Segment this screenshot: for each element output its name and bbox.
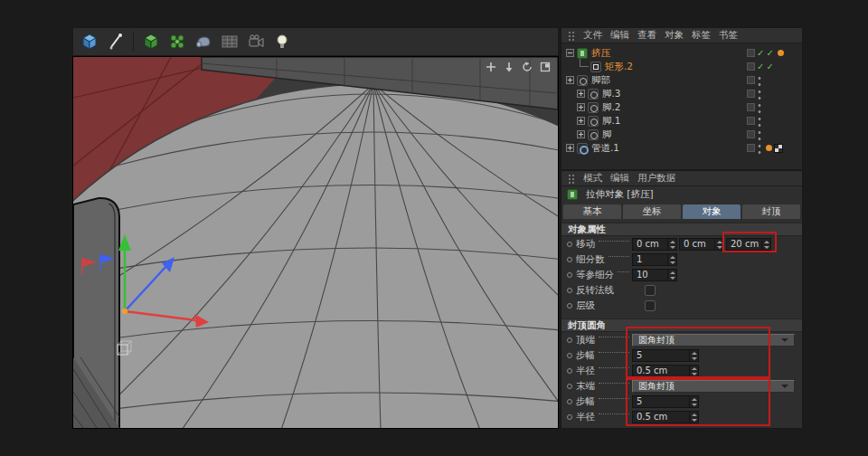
sweep-tool-icon[interactable] xyxy=(192,30,215,53)
keyframe-dot-icon[interactable] xyxy=(567,353,572,358)
visibility-dots[interactable] xyxy=(757,142,762,154)
spinner[interactable] xyxy=(667,270,676,280)
cap-start-radius-field[interactable]: 0.5 cm xyxy=(632,365,699,377)
spinner[interactable] xyxy=(761,239,770,250)
tree-row-rectangle2[interactable]: 矩形.2 ✓ ✓ xyxy=(561,60,802,73)
attribute-manager-panel: 模式 编辑 用户数据 拉伸对象 [挤压] 基本 坐标 对象 封顶 对象属性 移动… xyxy=(561,170,803,429)
dolly-view-icon[interactable] xyxy=(503,61,514,72)
keyframe-dot-icon[interactable] xyxy=(567,257,572,262)
tree-row-pipe1[interactable]: 管道.1 xyxy=(561,141,802,155)
pan-view-icon[interactable] xyxy=(485,61,496,72)
spinner[interactable] xyxy=(689,366,698,376)
keyframe-dot-icon[interactable] xyxy=(567,384,572,389)
attr-menu-mode[interactable]: 模式 xyxy=(583,172,602,185)
layer-toggle[interactable] xyxy=(747,103,755,111)
reverse-normals-checkbox[interactable] xyxy=(645,285,656,296)
attr-menu-userdata[interactable]: 用户数据 xyxy=(637,172,675,185)
spinner[interactable] xyxy=(689,350,698,361)
collapse-icon[interactable] xyxy=(566,49,574,57)
gizmo-center[interactable] xyxy=(122,309,127,314)
spinner[interactable] xyxy=(667,254,676,265)
layer-toggle[interactable] xyxy=(747,49,755,57)
subdivision-field[interactable]: 1 xyxy=(632,253,677,266)
keyframe-dot-icon[interactable] xyxy=(567,242,572,247)
attr-menu-edit[interactable]: 编辑 xyxy=(610,172,629,185)
keyframe-dot-icon[interactable] xyxy=(567,272,572,278)
expand-icon[interactable] xyxy=(577,130,585,138)
keyframe-dot-icon[interactable] xyxy=(567,337,572,343)
layer-toggle[interactable] xyxy=(747,144,755,152)
layer-toggle[interactable] xyxy=(747,90,755,98)
enabled-check-icon[interactable]: ✓ xyxy=(757,49,764,57)
visibility-dots[interactable] xyxy=(757,88,762,100)
enabled-check-icon[interactable]: ✓ xyxy=(757,62,764,71)
visibility-dots[interactable] xyxy=(757,128,762,140)
movement-y-field[interactable]: 0 cm xyxy=(679,238,724,251)
floor-grid-tool-icon[interactable] xyxy=(218,30,241,53)
spinner[interactable] xyxy=(689,412,698,423)
tab-coordinates[interactable]: 坐标 xyxy=(623,204,681,219)
keyframe-dot-icon[interactable] xyxy=(567,414,572,420)
hierarchy-checkbox[interactable] xyxy=(645,300,656,311)
tree-row-foot1[interactable]: 脚.1 xyxy=(561,114,802,128)
rotate-view-icon[interactable] xyxy=(521,61,533,72)
layer-color-dot[interactable] xyxy=(778,50,784,56)
om-menu-view[interactable]: 查看 xyxy=(637,29,656,42)
panel-grip-icon[interactable] xyxy=(567,173,575,184)
om-menu-file[interactable]: 文件 xyxy=(583,29,602,42)
tree-row-foot3[interactable]: 脚.3 xyxy=(561,87,802,100)
visibility-dots[interactable] xyxy=(757,101,762,113)
expand-icon[interactable] xyxy=(566,76,574,84)
layer-color-dot[interactable] xyxy=(766,145,772,151)
spinner[interactable] xyxy=(689,396,698,407)
light-tool-icon[interactable] xyxy=(270,30,294,53)
array-tool-icon[interactable] xyxy=(165,30,189,53)
movement-z-field[interactable]: 20 cm xyxy=(726,238,771,251)
cap-end-dropdown[interactable]: 圆角封顶 xyxy=(632,380,795,393)
texture-tag-icon[interactable] xyxy=(774,144,783,153)
tree-row-foot2[interactable]: 脚.2 xyxy=(561,100,802,114)
keyframe-dot-icon[interactable] xyxy=(567,368,572,374)
cap-end-radius-field[interactable]: 0.5 cm xyxy=(632,411,699,423)
enabled-check-icon[interactable]: ✓ xyxy=(766,49,773,57)
om-menu-bookmark[interactable]: 书签 xyxy=(719,29,738,42)
movement-x-field[interactable]: 0 cm xyxy=(632,238,677,251)
pen-tool-icon[interactable] xyxy=(104,30,127,53)
viewport-3d[interactable] xyxy=(72,56,559,429)
iso-subdivision-field[interactable]: 10 xyxy=(632,269,677,281)
tab-object[interactable]: 对象 xyxy=(683,204,741,219)
tree-row-feet-group[interactable]: 脚部 xyxy=(561,73,802,87)
toggle-view-icon[interactable] xyxy=(539,61,551,72)
subdivision-surface-tool-icon[interactable] xyxy=(139,30,163,53)
expand-icon[interactable] xyxy=(566,144,574,152)
layer-toggle[interactable] xyxy=(747,117,755,125)
tree-row-extrude[interactable]: 挤压 ✓ ✓ xyxy=(561,46,802,60)
tab-caps[interactable]: 封顶 xyxy=(742,204,800,219)
cap-start-steps-field[interactable]: 5 xyxy=(632,349,699,362)
visibility-dots[interactable] xyxy=(757,115,762,127)
om-menu-edit[interactable]: 编辑 xyxy=(610,29,629,42)
om-menu-tag[interactable]: 标签 xyxy=(692,29,711,42)
keyframe-dot-icon[interactable] xyxy=(567,288,572,293)
keyframe-dot-icon[interactable] xyxy=(567,399,572,404)
cap-start-dropdown[interactable]: 圆角封顶 xyxy=(632,334,795,347)
spinner[interactable] xyxy=(667,239,676,250)
expand-icon[interactable] xyxy=(577,90,585,98)
layer-toggle[interactable] xyxy=(747,62,755,71)
spinner[interactable] xyxy=(714,239,723,250)
layer-toggle[interactable] xyxy=(747,130,755,138)
cube-tool-icon[interactable] xyxy=(78,30,101,53)
row-cap-start: 顶端 圆角封顶 xyxy=(561,332,802,347)
enabled-check-icon[interactable]: ✓ xyxy=(766,62,773,71)
tab-basic[interactable]: 基本 xyxy=(563,204,621,219)
cap-end-steps-field[interactable]: 5 xyxy=(632,395,699,408)
keyframe-dot-icon[interactable] xyxy=(567,303,572,309)
layer-toggle[interactable] xyxy=(747,76,755,84)
panel-grip-icon[interactable] xyxy=(567,30,575,41)
visibility-dots[interactable] xyxy=(757,74,762,86)
expand-icon[interactable] xyxy=(577,117,585,125)
expand-icon[interactable] xyxy=(577,103,585,111)
tree-row-foot[interactable]: 脚 xyxy=(561,128,802,141)
om-menu-object[interactable]: 对象 xyxy=(665,29,684,42)
camera-tool-icon[interactable] xyxy=(244,30,268,53)
